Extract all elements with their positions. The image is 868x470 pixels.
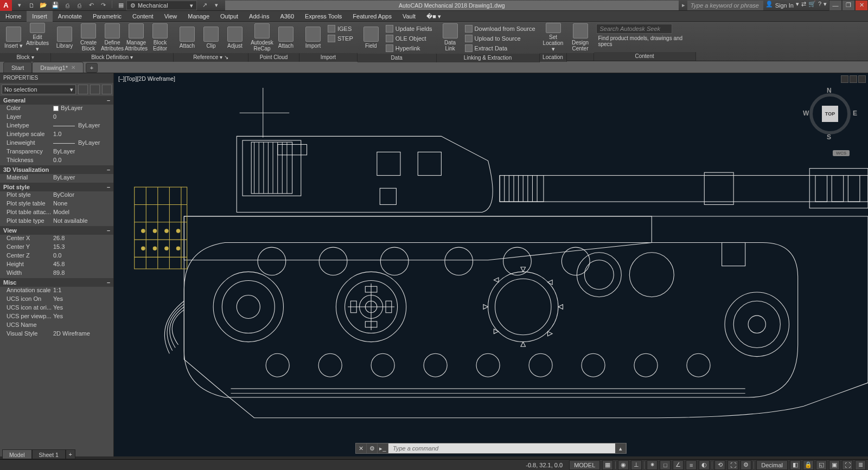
- property-row[interactable]: ColorByLayer: [0, 105, 113, 113]
- cmd-close-icon[interactable]: ✕: [356, 443, 367, 453]
- property-value[interactable]: Model: [53, 209, 110, 217]
- select-objects-icon[interactable]: [90, 85, 100, 94]
- ribbon-button[interactable]: Import: [302, 23, 324, 52]
- new-file-icon[interactable]: 🗋: [26, 1, 37, 10]
- property-value[interactable]: 89.8: [53, 269, 110, 278]
- new-icon[interactable]: ▾: [14, 1, 25, 10]
- ribbon-tab-output[interactable]: Output: [215, 11, 244, 22]
- property-category[interactable]: View–: [0, 226, 113, 235]
- property-value[interactable]: ByLayer: [53, 174, 110, 183]
- viewcube-n[interactable]: N: [827, 87, 832, 94]
- property-value[interactable]: 1.0: [53, 131, 110, 139]
- drawing-viewport[interactable]: [–][Top][2D Wireframe]: [114, 73, 868, 456]
- property-value[interactable]: 0.0: [53, 157, 110, 165]
- ribbon-button[interactable]: Attach: [275, 23, 297, 52]
- quick-select-icon[interactable]: [78, 85, 88, 94]
- customize-status-icon[interactable]: ≣: [855, 460, 866, 470]
- property-row[interactable]: Thickness0.0: [0, 157, 113, 165]
- ribbon-tab-a360[interactable]: A360: [275, 11, 299, 22]
- command-input[interactable]: Type a command: [388, 443, 615, 453]
- doc-tab-close-icon[interactable]: ✕: [71, 62, 75, 73]
- ribbon-tab-annotate[interactable]: Annotate: [53, 11, 87, 22]
- exchange-icon[interactable]: ⇄: [801, 1, 806, 10]
- lockui-icon[interactable]: 🔒: [803, 460, 814, 470]
- doc-tab[interactable]: Start: [3, 62, 32, 73]
- ribbon-button[interactable]: EditAttributes ▾: [26, 23, 49, 52]
- viewcube[interactable]: N S E W TOP: [803, 87, 857, 141]
- ribbon-small-button[interactable]: OLE Object: [384, 34, 435, 43]
- lineweight-icon[interactable]: ≡: [686, 460, 697, 470]
- open-icon[interactable]: 📂: [38, 1, 49, 10]
- property-value[interactable]: 0: [53, 113, 110, 122]
- cart-icon[interactable]: 🛒: [808, 1, 816, 10]
- ribbon-button[interactable]: DesignCenter: [569, 23, 592, 52]
- cmd-expand-icon[interactable]: ▴: [615, 443, 626, 453]
- ribbon-tab-add-ins[interactable]: Add-ins: [244, 11, 275, 22]
- ribbon-button[interactable]: AutodeskReCap: [251, 23, 273, 52]
- ribbon-panel-label[interactable]: Content: [594, 52, 696, 61]
- property-row[interactable]: LinetypeByLayer: [0, 122, 113, 131]
- property-row[interactable]: Annotation scale1:1: [0, 287, 113, 295]
- ribbon-panel-label[interactable]: Point Cloud: [248, 53, 299, 62]
- share-icon[interactable]: ↗: [199, 1, 210, 10]
- property-row[interactable]: Plot table typeNot available: [0, 217, 113, 226]
- layout-tab[interactable]: Sheet 1: [32, 449, 66, 459]
- ribbon-tab-content[interactable]: Content: [127, 11, 159, 22]
- qat-more-icon[interactable]: ▾: [211, 1, 222, 10]
- ribbon-button[interactable]: CreateBlock: [77, 23, 100, 52]
- ribbon-tab-manage[interactable]: Manage: [182, 11, 215, 22]
- wcs-badge[interactable]: WCS: [833, 150, 850, 156]
- property-row[interactable]: Plot styleByColor: [0, 191, 113, 200]
- selection-combo[interactable]: No selection ▾: [2, 85, 76, 94]
- otrack-icon[interactable]: ∠: [673, 460, 684, 470]
- minimize-button[interactable]: —: [829, 0, 842, 11]
- property-row[interactable]: Visual Style2D Wireframe: [0, 330, 113, 339]
- property-value[interactable]: Yes: [53, 304, 110, 313]
- ribbon-button[interactable]: Field: [360, 23, 382, 52]
- ribbon-button[interactable]: Attach: [176, 23, 199, 52]
- signin-dd-icon[interactable]: ▾: [796, 1, 799, 10]
- workspace-selector[interactable]: ⚙ Mechanical ▾: [126, 1, 197, 10]
- cycling-icon[interactable]: ⟲: [714, 460, 725, 470]
- property-value[interactable]: ByLayer: [53, 122, 110, 131]
- ribbon-tab-home[interactable]: Home: [0, 11, 27, 22]
- ribbon-panel-label[interactable]: Linking & Extraction: [437, 54, 540, 62]
- ribbon-button[interactable]: SetLocation ▾: [542, 23, 565, 52]
- keyword-search[interactable]: Type a keyword or phrase: [687, 1, 763, 10]
- property-value[interactable]: 0.0: [53, 252, 110, 261]
- close-button[interactable]: ✕: [855, 0, 868, 11]
- ribbon-button[interactable]: Adjust: [224, 23, 246, 52]
- ribbon-tab-end[interactable]: �■ ▾: [421, 11, 446, 22]
- save-icon[interactable]: 💾: [50, 1, 61, 10]
- viewcube-top[interactable]: TOP: [822, 106, 838, 122]
- annotation-scale-icon[interactable]: ⛶: [727, 460, 738, 470]
- property-value[interactable]: ByLayer: [53, 105, 110, 113]
- ribbon-small-button[interactable]: Download from Source: [463, 24, 538, 33]
- add-layout-tab[interactable]: +: [66, 449, 75, 459]
- snap-icon[interactable]: ◉: [618, 460, 629, 470]
- add-doc-tab[interactable]: +: [86, 63, 98, 73]
- property-value[interactable]: [53, 321, 110, 330]
- ribbon-tab-featured-apps[interactable]: Featured Apps: [347, 11, 397, 22]
- ribbon-panel-label[interactable]: Block ▾: [0, 53, 51, 62]
- ribbon-button[interactable]: ManageAttributes: [125, 23, 148, 52]
- property-row[interactable]: Layer0: [0, 113, 113, 122]
- layers-icon[interactable]: ▦: [116, 1, 126, 10]
- signin-icon[interactable]: 👤: [765, 1, 773, 10]
- ribbon-small-button[interactable]: STEP: [326, 34, 355, 43]
- restore-button[interactable]: ❐: [842, 0, 855, 11]
- ribbon-button[interactable]: DataLink: [439, 23, 462, 52]
- ribbon-panel-label[interactable]: Import: [299, 53, 358, 62]
- property-value[interactable]: None: [53, 200, 110, 209]
- signin-label[interactable]: Sign In: [775, 1, 794, 10]
- ribbon-button[interactable]: Clip: [200, 23, 222, 52]
- property-row[interactable]: Center X26.8: [0, 235, 113, 243]
- transparency-icon[interactable]: ◐: [699, 460, 710, 470]
- ribbon-tab-insert[interactable]: Insert: [27, 11, 53, 22]
- isolate-icon[interactable]: ◱: [816, 460, 827, 470]
- property-value[interactable]: 1:1: [53, 287, 110, 295]
- saveas-icon[interactable]: ⎙: [62, 1, 73, 10]
- property-row[interactable]: UCS Name: [0, 321, 113, 330]
- property-category[interactable]: Misc–: [0, 278, 113, 287]
- ribbon-small-button[interactable]: Hyperlink: [384, 43, 435, 53]
